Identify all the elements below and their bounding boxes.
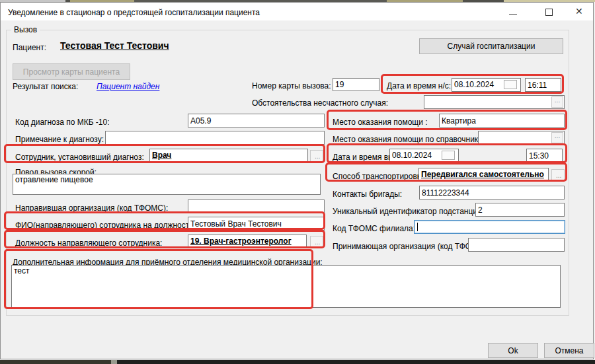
- diagnosing-employee-label: Сотрудник, установивший диагноз:: [15, 153, 144, 162]
- accident-date-value: 08.10.2024: [454, 80, 494, 89]
- ambulance-call-date-field[interactable]: 08.10.2024: [389, 149, 459, 163]
- tfoms-branch-code-label: Код ТФОМС филиала:: [333, 224, 415, 233]
- care-place-input[interactable]: [439, 114, 565, 127]
- search-result-label: Результат поиска:: [13, 82, 78, 91]
- brigade-contacts-label: Контакты бригады:: [333, 190, 402, 199]
- referring-employee-position-ellipsis-button[interactable]: ...: [310, 236, 323, 248]
- additional-info-textarea[interactable]: тест: [11, 265, 561, 308]
- accident-circumstances-field[interactable]: ...: [424, 95, 565, 109]
- text-cursor: [417, 223, 418, 231]
- substation-id-input[interactable]: [475, 203, 565, 217]
- referring-employee-position-label: Должность направляющего сотрудника:: [15, 238, 162, 248]
- transport-method-label: Способ транспортировки:: [333, 172, 427, 181]
- referring-org-input[interactable]: [188, 200, 325, 213]
- ok-button[interactable]: Ok: [488, 343, 538, 358]
- care-place-ref-label: Место оказания помощи по справочнику:: [333, 135, 485, 144]
- care-place-ref-ellipsis-button[interactable]: ...: [551, 132, 563, 143]
- diagnosis-note-label: Примечание к диагнозу:: [15, 135, 104, 144]
- icd-code-label: Код диагноза по МКБ -10:: [15, 118, 110, 127]
- call-card-number-label: Номер карты вызова:: [252, 81, 331, 91]
- care-place-ref-field[interactable]: ...: [478, 131, 565, 145]
- accident-time-input[interactable]: [525, 78, 561, 92]
- call-reason-textarea[interactable]: отравление пищевое: [13, 174, 321, 195]
- search-result-link[interactable]: Пациент найден: [97, 82, 159, 91]
- receiving-org-label: Принимающая организация (код ТФОМС):: [333, 242, 489, 251]
- referring-employee-position-field[interactable]: 19. Врач-гастроэнтеролог: [188, 235, 307, 248]
- view-patient-card-button[interactable]: Просмотр карты пациента: [13, 63, 130, 80]
- accident-date-field[interactable]: 08.10.2024: [452, 78, 521, 92]
- title-bar: Уведомление в стационар о предстоящей го…: [1, 3, 593, 20]
- diagnosis-note-input[interactable]: [105, 131, 325, 145]
- patient-label: Пациент:: [13, 43, 46, 52]
- diagnosing-employee-field[interactable]: Врач: [149, 149, 308, 163]
- care-place-label: Место оказания помощи :: [333, 118, 428, 127]
- accident-circumstances-label: Обстоятельства несчастного случая:: [252, 98, 388, 108]
- diagnosing-employee-ellipsis-button[interactable]: ...: [310, 150, 323, 162]
- patient-name-link[interactable]: Тестовая Тест Тестович: [60, 40, 169, 51]
- diagnosing-employee-link[interactable]: Врач: [152, 151, 171, 160]
- minimize-icon[interactable]: [509, 14, 517, 15]
- transport-method-ellipsis-button[interactable]: ...: [551, 169, 565, 181]
- maximize-icon[interactable]: [545, 9, 553, 16]
- ambulance-call-time-input[interactable]: [526, 149, 563, 163]
- call-group-label: Вызов: [11, 25, 40, 34]
- substation-id-label: Уникальный идентификатор подстанции:: [333, 207, 484, 216]
- ambulance-call-date-value: 08.10.2024: [392, 151, 432, 160]
- referring-employee-position-link[interactable]: 19. Врач-гастроэнтеролог: [190, 237, 292, 246]
- dialog-window: Уведомление в стационар о предстоящей го…: [0, 2, 594, 359]
- cancel-button[interactable]: Отмена: [544, 343, 594, 358]
- accident-circumstances-ellipsis-button[interactable]: ...: [551, 96, 563, 108]
- accident-datetime-label: Дата и время н/с:: [387, 81, 451, 91]
- receiving-org-input[interactable]: [468, 238, 565, 252]
- background-bottom-strip: [0, 360, 595, 364]
- icd-code-input[interactable]: [188, 114, 325, 127]
- tfoms-branch-code-input[interactable]: [414, 220, 565, 234]
- window-title: Уведомление в стационар о предстоящей го…: [8, 8, 260, 17]
- close-icon[interactable]: ✕: [575, 6, 583, 17]
- referring-employee-name-input[interactable]: [188, 217, 325, 231]
- brigade-contacts-input[interactable]: [419, 186, 565, 200]
- accident-date-calendar-button[interactable]: [504, 80, 517, 89]
- transport-method-field[interactable]: Передвигался самостоятельно: [418, 168, 549, 182]
- referring-employee-name-label: ФИО(направляющего) сотрудника на должнос…: [15, 221, 196, 230]
- ambulance-call-date-calendar-button[interactable]: [442, 151, 455, 160]
- transport-method-link[interactable]: Передвигался самостоятельно: [421, 170, 544, 179]
- hospitalization-case-button[interactable]: Случай госпитализации: [419, 38, 563, 54]
- call-card-number-input[interactable]: [333, 78, 379, 91]
- referring-org-label: Направившая организация (код ТФОМС):: [15, 203, 168, 213]
